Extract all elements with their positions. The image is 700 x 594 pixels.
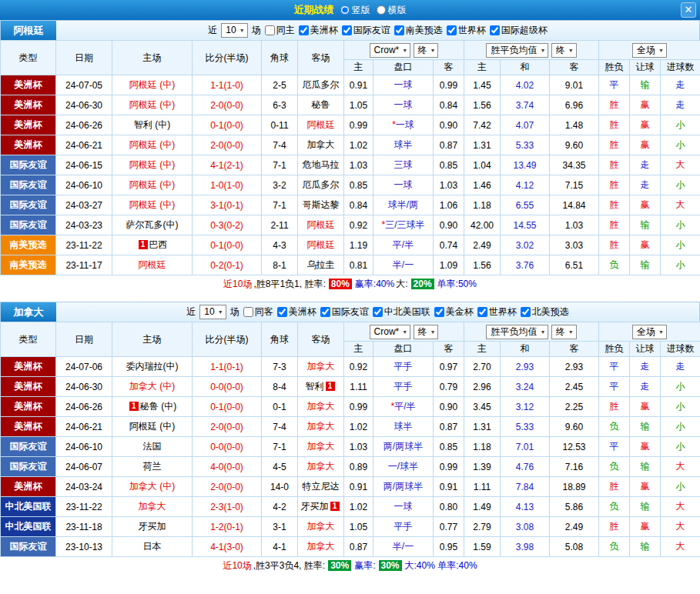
recent-count-select[interactable]: 10▼ — [221, 23, 247, 38]
match-date: 23-11-22 — [56, 497, 112, 517]
footer-segment: 30% — [328, 560, 351, 571]
goals-result-cell: 小 — [661, 135, 700, 155]
competition-badge: 南美预选 — [1, 255, 56, 275]
same-venue-label: 同主 — [276, 24, 295, 37]
result-cell: 负 — [599, 497, 630, 517]
competition-badge: 美洲杯 — [1, 477, 56, 497]
corner-count: 3-2 — [262, 175, 298, 195]
layout-vertical-radio[interactable]: 竖版 — [340, 4, 370, 17]
odds-handicap: 三球 — [373, 155, 434, 175]
competition-filter-checkbox[interactable]: 国际友谊 — [320, 305, 369, 319]
layout-horizontal-radio[interactable]: 横版 — [377, 4, 407, 17]
competition-filter-checkbox[interactable]: 国际超级杯 — [490, 24, 548, 37]
competition-filter-group: 美洲杯国际友谊中北美国联美金杯世界杯北美预选 — [277, 305, 569, 319]
checkbox-input[interactable] — [434, 307, 444, 317]
checkbox-input[interactable] — [243, 307, 253, 317]
ep-away: 2.49 — [550, 517, 599, 537]
away-team: 秘鲁 — [298, 95, 344, 115]
handicap-result-cell: 赢 — [630, 195, 661, 215]
scope-select[interactable]: 全场▼ — [632, 325, 667, 339]
odds-handicap: 球半/两 — [373, 195, 434, 215]
ep-final-select[interactable]: 终▼ — [551, 325, 577, 339]
odds-home: 0.91 — [344, 477, 373, 497]
result-cell: 负 — [599, 537, 630, 557]
match-date: 24-03-27 — [56, 195, 112, 215]
scope-select[interactable]: 全场▼ — [632, 43, 667, 58]
checkbox-input[interactable] — [277, 307, 287, 317]
footer-segment: 赢率: — [354, 559, 375, 572]
sub-header-ep-away: 客 — [550, 342, 599, 357]
competition-badge: 国际友谊 — [1, 457, 56, 477]
competition-filter-checkbox[interactable]: 世界杯 — [477, 305, 517, 319]
result-cell: 胜 — [599, 397, 630, 417]
close-button[interactable]: ✕ — [681, 2, 696, 18]
goals-result-cell: 大 — [661, 457, 700, 477]
competition-filter-checkbox[interactable]: 世界杯 — [447, 24, 486, 37]
competition-filter-checkbox[interactable]: 美金杯 — [434, 305, 474, 319]
odds-final-select[interactable]: 终▼ — [414, 325, 439, 339]
competition-filter-checkbox[interactable]: 南美预选 — [394, 24, 443, 37]
match-row: 美洲杯24-06-21阿根廷 (中)2-0(0-0)7-4加拿大1.02球半0.… — [1, 135, 700, 155]
competition-filter-checkbox[interactable]: 国际友谊 — [342, 24, 390, 37]
recent-count-select[interactable]: 10▼ — [199, 305, 226, 319]
ep-away: 2.25 — [550, 397, 599, 417]
odds-company-select[interactable]: Crow*▼ — [370, 43, 411, 58]
ep-home: 2.49 — [464, 235, 501, 255]
ep-average-select[interactable]: 胜平负均值▼ — [486, 43, 548, 58]
result-cell: 胜 — [599, 95, 630, 115]
checkbox-input[interactable] — [447, 25, 457, 35]
chevron-down-icon: ▼ — [658, 326, 664, 338]
ep-draw: 2.93 — [501, 357, 550, 377]
odds-home: 0.92 — [344, 357, 373, 377]
same-venue-checkbox[interactable]: 同客 — [243, 305, 273, 319]
footer-segment: 近10场 — [223, 559, 251, 572]
corner-count: 7-1 — [262, 437, 298, 457]
competition-filter-checkbox[interactable]: 北美预选 — [521, 305, 569, 319]
team-name: 加拿大 — [307, 139, 335, 150]
home-team: 阿根廷 (中) — [112, 135, 193, 155]
corner-count: 4-3 — [262, 235, 298, 255]
corner-count: 14-0 — [262, 477, 298, 497]
checkbox-input[interactable] — [342, 25, 352, 35]
checkbox-input[interactable] — [521, 307, 531, 317]
team-section-argentina: 阿根廷 近 10▼ 场 同主 美洲杯国际友谊南美预选世界杯国际超级杯 类型 日期… — [0, 20, 700, 292]
competition-filter-checkbox[interactable]: 美洲杯 — [299, 24, 338, 37]
radio-input[interactable] — [377, 5, 386, 15]
competition-filter-checkbox[interactable]: 美洲杯 — [277, 305, 317, 319]
odds-handicap: 球半 — [373, 417, 434, 437]
odds-away: 0.79 — [434, 377, 464, 397]
team-name: 阿根廷 — [139, 259, 166, 270]
result-cell: 胜 — [599, 115, 630, 135]
checkbox-input[interactable] — [477, 307, 487, 317]
checkbox-input[interactable] — [490, 25, 500, 35]
match-date: 24-03-23 — [56, 215, 112, 235]
chevron-down-icon: ▼ — [239, 25, 245, 36]
ep-away: 14.84 — [550, 195, 599, 215]
goals-result-cell: 走 — [661, 95, 700, 115]
checkbox-input[interactable] — [320, 307, 330, 317]
odds-home: 1.05 — [344, 517, 373, 537]
checkbox-input[interactable] — [299, 25, 309, 35]
ep-home: 2.79 — [464, 517, 501, 537]
checkbox-input[interactable] — [394, 25, 404, 35]
handicap-text: 平/半 — [394, 401, 415, 412]
scope-header-cell: 全场▼ — [599, 322, 700, 342]
checkbox-input[interactable] — [265, 25, 275, 35]
team-name: 加拿大 — [307, 521, 335, 532]
match-row: 美洲杯24-06-26智利 (中)0-1(0-0)0-11阿根廷0.99*一球0… — [1, 115, 700, 135]
home-team: 阿根廷 (中) — [112, 417, 193, 437]
corner-count: 7-3 — [262, 357, 298, 377]
home-team: 牙买加 — [112, 517, 193, 537]
radio-input[interactable] — [340, 5, 350, 15]
competition-badge: 国际友谊 — [1, 195, 56, 215]
ep-final-select[interactable]: 终▼ — [551, 43, 577, 58]
same-venue-checkbox[interactable]: 同主 — [265, 24, 295, 37]
odds-final-select[interactable]: 终▼ — [414, 43, 439, 58]
handicap-result-cell: 输 — [630, 497, 661, 517]
checkbox-input[interactable] — [373, 307, 383, 317]
col-header-type: 类型 — [1, 41, 56, 75]
odds-company-select[interactable]: Crow*▼ — [370, 325, 411, 339]
team-name: 牙买加 — [139, 521, 166, 532]
competition-filter-checkbox[interactable]: 中北美国联 — [373, 305, 430, 319]
ep-average-select[interactable]: 胜平负均值▼ — [486, 325, 548, 339]
